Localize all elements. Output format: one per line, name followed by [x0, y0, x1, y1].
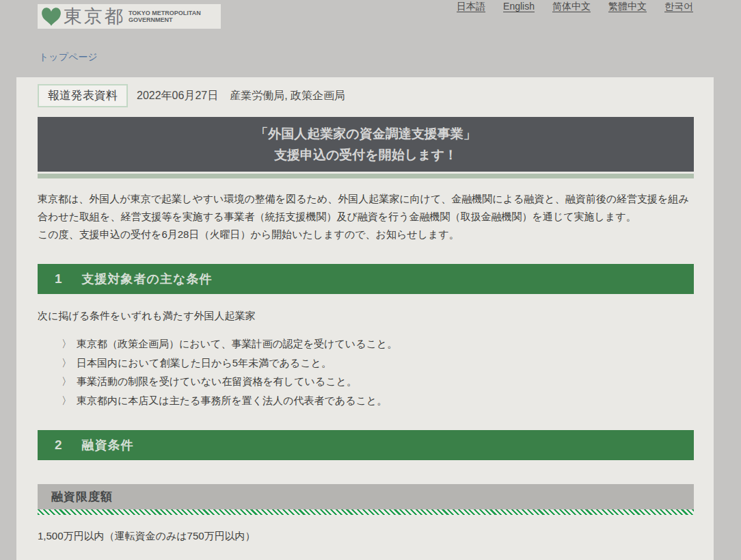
- chevron-marker-icon: 〉: [62, 395, 72, 406]
- chevron-marker-icon: 〉: [62, 375, 72, 387]
- chevron-marker-icon: 〉: [62, 357, 72, 369]
- title-underline-bar: [38, 174, 694, 178]
- condition-list-item: 〉日本国内において創業した日から5年未満であること。: [62, 354, 694, 373]
- condition-text: 事業活動の制限を受けていない在留資格を有していること。: [77, 375, 357, 387]
- section-2-number: 2: [55, 438, 62, 453]
- loan-limit-heading: 融資限度額: [38, 484, 694, 509]
- hatched-divider: [38, 509, 694, 515]
- page-title: 「外国人起業家の資金調達支援事業」 支援申込の受付を開始します！: [38, 117, 694, 172]
- condition-text: 東京都内に本店又は主たる事務所を置く法人の代表者であること。: [77, 395, 387, 406]
- logo-english-text: TOKYO METROPOLITAN GOVERNMENT: [129, 10, 201, 24]
- page: { "header": { "logo": { "kanji": "東京都", …: [0, 0, 741, 560]
- section-1-header: 1 支援対象者の主な条件: [38, 264, 694, 294]
- content-panel: 報道発表資料 2022年06月27日 産業労働局, 政策企画局 「外国人起業家の…: [16, 77, 714, 560]
- ginkgo-leaf-icon: [40, 5, 62, 27]
- condition-list-item: 〉東京都内に本店又は主たる事務所を置く法人の代表者であること。: [62, 391, 694, 410]
- logo-kanji: 東京都: [64, 4, 125, 29]
- lang-link-simplified-chinese[interactable]: 简体中文: [552, 1, 591, 13]
- intro-text: 東京都は、外国人が東京で起業しやすい環境の整備を図るため、外国人起業家に向けて、…: [38, 190, 694, 243]
- intro-paragraph-1: 東京都は、外国人が東京で起業しやすい環境の整備を図るため、外国人起業家に向けて、…: [38, 190, 694, 226]
- language-switcher: 日本語 English 简体中文 繁體中文 한국어: [457, 1, 693, 13]
- section-1-number: 1: [55, 271, 62, 286]
- intro-paragraph-2: この度、支援申込の受付を6月28日（火曜日）から開始いたしますので、お知らせしま…: [38, 226, 694, 243]
- section-2-header: 2 融資条件: [38, 430, 694, 460]
- lang-link-korean[interactable]: 한국어: [664, 1, 693, 13]
- condition-list-item: 〉東京都（政策企画局）において、事業計画の認定を受けていること。: [62, 334, 694, 354]
- condition-list: 〉東京都（政策企画局）において、事業計画の認定を受けていること。 〉日本国内にお…: [38, 334, 694, 410]
- lang-link-traditional-chinese[interactable]: 繁體中文: [608, 1, 647, 13]
- breadcrumb-top-page-link[interactable]: トップページ: [39, 51, 98, 64]
- section-1-title: 支援対象者の主な条件: [82, 271, 213, 287]
- loan-limit-block: 融資限度額: [38, 484, 694, 515]
- condition-list-item: 〉事業活動の制限を受けていない在留資格を有していること。: [62, 372, 694, 391]
- lang-link-english[interactable]: English: [503, 1, 535, 13]
- press-release-meta: 報道発表資料 2022年06月27日 産業労働局, 政策企画局: [38, 84, 694, 107]
- release-bureaus: 産業労働局, 政策企画局: [230, 89, 345, 103]
- release-date: 2022年06月27日: [137, 89, 218, 103]
- lang-link-japanese[interactable]: 日本語: [457, 1, 485, 13]
- page-title-line1: 「外国人起業家の資金調達支援事業」: [38, 123, 694, 144]
- page-title-line2: 支援申込の受付を開始します！: [38, 144, 694, 165]
- press-release-badge: 報道発表資料: [38, 84, 128, 107]
- section-2-title: 融資条件: [82, 437, 134, 453]
- chevron-marker-icon: 〉: [62, 338, 72, 349]
- logo-en-line2: GOVERNMENT: [129, 16, 173, 23]
- condition-text: 東京都（政策企画局）において、事業計画の認定を受けていること。: [77, 338, 397, 349]
- section-1-lead: 次に掲げる条件をいずれも満たす外国人起業家: [38, 310, 694, 323]
- tokyo-gov-logo[interactable]: 東京都 TOKYO METROPOLITAN GOVERNMENT: [38, 4, 221, 29]
- loan-limit-value: 1,500万円以内（運転資金のみは750万円以内）: [38, 530, 694, 543]
- logo-en-line1: TOKYO METROPOLITAN: [129, 10, 201, 16]
- condition-text: 日本国内において創業した日から5年未満であること。: [77, 357, 332, 369]
